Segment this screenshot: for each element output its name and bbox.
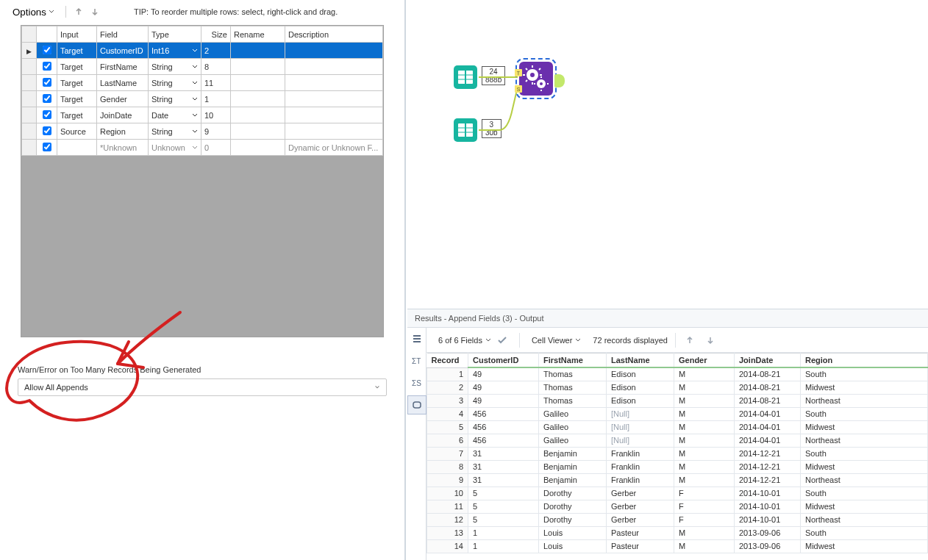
cell-field[interactable]: JoinDate xyxy=(97,107,149,123)
cell-region[interactable]: Midwest xyxy=(801,500,928,513)
cell-gender[interactable]: M xyxy=(674,381,735,394)
cell-description[interactable] xyxy=(285,107,383,123)
row-header[interactable] xyxy=(22,59,37,75)
cell-customerid[interactable]: 49 xyxy=(468,394,539,407)
config-row[interactable]: TargetFirstNameString8 xyxy=(22,59,383,75)
check-all-header[interactable] xyxy=(37,26,57,43)
fields-dropdown[interactable]: 6 of 6 Fields xyxy=(434,333,512,348)
cell-gender[interactable]: F xyxy=(674,513,735,526)
cell-record[interactable]: 3 xyxy=(427,394,468,407)
cell-input[interactable] xyxy=(57,140,97,156)
cell-type[interactable]: Unknown xyxy=(149,140,201,156)
cell-customerid[interactable]: 49 xyxy=(468,367,539,381)
cell-record[interactable]: 7 xyxy=(427,447,468,460)
cell-input[interactable]: Target xyxy=(57,75,97,91)
col-gender[interactable]: Gender xyxy=(674,353,735,368)
cell-customerid[interactable]: 456 xyxy=(468,434,539,447)
row-header[interactable] xyxy=(22,123,37,140)
results-row[interactable]: 5456Galileo[Null]M2014-04-01Midwest xyxy=(427,420,928,434)
cell-rename[interactable] xyxy=(231,43,285,59)
cell-firstname[interactable]: Louis xyxy=(539,526,607,539)
cell-lastname[interactable]: [Null] xyxy=(607,420,674,434)
cell-input[interactable]: Target xyxy=(57,59,97,75)
cell-joindate[interactable]: 2014-08-21 xyxy=(735,394,801,407)
row-checkbox-cell[interactable] xyxy=(37,43,57,59)
cell-description[interactable] xyxy=(285,59,383,75)
cell-joindate[interactable]: 2014-10-01 xyxy=(735,500,801,513)
cell-lastname[interactable]: Edison xyxy=(607,367,674,381)
cell-firstname[interactable]: Thomas xyxy=(539,367,607,381)
cell-description[interactable]: Dynamic or Unknown F... xyxy=(285,140,383,156)
cell-record[interactable]: 4 xyxy=(427,407,468,420)
row-checkbox-cell[interactable] xyxy=(37,140,57,156)
cell-region[interactable]: South xyxy=(801,526,928,539)
results-row[interactable]: 125DorothyGerberF2014-10-01Northeast xyxy=(427,513,928,526)
cell-firstname[interactable]: Dorothy xyxy=(539,500,607,513)
cell-joindate[interactable]: 2013-09-06 xyxy=(735,539,801,553)
row-checkbox[interactable] xyxy=(43,110,51,119)
cell-input[interactable]: Target xyxy=(57,91,97,107)
cell-lastname[interactable]: Franklin xyxy=(607,447,674,460)
results-row[interactable]: 105DorothyGerberF2014-10-01South xyxy=(427,487,928,500)
corner-cell[interactable] xyxy=(22,26,37,43)
cell-size[interactable]: 10 xyxy=(201,107,231,123)
cell-rename[interactable] xyxy=(231,91,285,107)
row-header[interactable] xyxy=(22,75,37,91)
row-checkbox[interactable] xyxy=(43,143,51,151)
cell-size[interactable]: 2 xyxy=(201,43,231,59)
results-down-button[interactable] xyxy=(704,334,717,347)
config-row[interactable]: TargetLastNameString11 xyxy=(22,75,383,91)
cell-region[interactable]: Northeast xyxy=(801,513,928,526)
config-row[interactable]: SourceRegionString9 xyxy=(22,123,383,140)
cell-lastname[interactable]: [Null] xyxy=(607,434,674,447)
col-type[interactable]: Type xyxy=(149,26,201,43)
cell-firstname[interactable]: Dorothy xyxy=(539,487,607,500)
row-checkbox[interactable] xyxy=(43,94,51,103)
cell-gender[interactable]: F xyxy=(674,500,735,513)
cell-firstname[interactable]: Dorothy xyxy=(539,513,607,526)
row-checkbox[interactable] xyxy=(43,62,51,71)
cell-firstname[interactable]: Thomas xyxy=(539,381,607,394)
cell-record[interactable]: 6 xyxy=(427,434,468,447)
cell-description[interactable] xyxy=(285,91,383,107)
results-tab-messages[interactable] xyxy=(407,329,426,348)
cell-gender[interactable]: M xyxy=(674,420,735,434)
cell-region[interactable]: Northeast xyxy=(801,394,928,407)
cell-customerid[interactable]: 456 xyxy=(468,407,539,420)
anchor-target[interactable]: T xyxy=(515,69,522,76)
config-row[interactable]: *UnknownUnknown0Dynamic or Unknown F... xyxy=(22,140,383,156)
cell-viewer-dropdown[interactable]: Cell Viewer xyxy=(527,334,585,347)
row-checkbox-cell[interactable] xyxy=(37,91,57,107)
config-grid[interactable]: Input Field Type Size Rename Description… xyxy=(21,25,384,337)
cell-gender[interactable]: M xyxy=(674,367,735,381)
cell-lastname[interactable]: Gerber xyxy=(607,513,674,526)
cell-field[interactable]: CustomerID xyxy=(97,43,149,59)
cell-customerid[interactable]: 5 xyxy=(468,487,539,500)
row-header[interactable]: ▶ xyxy=(22,43,37,59)
cell-field[interactable]: Gender xyxy=(97,91,149,107)
cell-lastname[interactable]: [Null] xyxy=(607,407,674,420)
cell-rename[interactable] xyxy=(231,59,285,75)
append-fields-tool[interactable] xyxy=(519,62,553,96)
results-row[interactable]: 931BenjaminFranklinM2014-12-21Northeast xyxy=(427,473,928,487)
workflow-canvas[interactable]: 24 888b 3 30b T xyxy=(407,0,928,309)
input-tool-2[interactable] xyxy=(453,118,478,144)
cell-gender[interactable]: M xyxy=(674,394,735,407)
anchor-source[interactable]: S xyxy=(515,85,522,93)
cell-joindate[interactable]: 2014-12-21 xyxy=(735,447,801,460)
row-checkbox-cell[interactable] xyxy=(37,123,57,140)
cell-field[interactable]: FirstName xyxy=(97,59,149,75)
cell-joindate[interactable]: 2014-08-21 xyxy=(735,367,801,381)
row-checkbox[interactable] xyxy=(43,78,51,87)
cell-firstname[interactable]: Benjamin xyxy=(539,460,607,473)
cell-record[interactable]: 2 xyxy=(427,381,468,394)
cell-joindate[interactable]: 2013-09-06 xyxy=(735,526,801,539)
cell-joindate[interactable]: 2014-12-21 xyxy=(735,473,801,487)
cell-gender[interactable]: M xyxy=(674,539,735,553)
cell-type[interactable]: String xyxy=(149,91,201,107)
cell-joindate[interactable]: 2014-10-01 xyxy=(735,513,801,526)
cell-region[interactable]: Midwest xyxy=(801,420,928,434)
cell-type[interactable]: Date xyxy=(149,107,201,123)
row-checkbox[interactable] xyxy=(43,46,51,54)
cell-region[interactable]: South xyxy=(801,487,928,500)
